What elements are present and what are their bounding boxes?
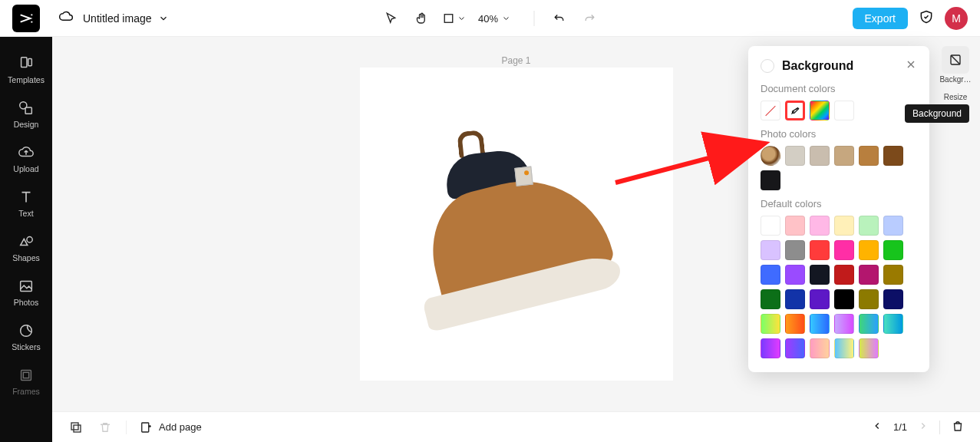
swatch[interactable] xyxy=(785,338,805,358)
page-label: Page 1 xyxy=(501,55,530,66)
swatch[interactable] xyxy=(785,216,805,236)
sidebar-item-shapes[interactable]: Shapes xyxy=(0,226,52,270)
zoom-value: 40% xyxy=(478,13,498,25)
swatch-white[interactable] xyxy=(834,101,854,120)
sidebar-item-label: Templates xyxy=(8,75,45,84)
section-photo-colors: Photo colors xyxy=(761,128,917,140)
sidebar-item-templates[interactable]: Templates xyxy=(0,48,52,92)
svg-rect-9 xyxy=(23,372,28,378)
swatch[interactable] xyxy=(834,289,854,309)
swatch[interactable] xyxy=(761,265,780,285)
tooltip-background: Background xyxy=(905,104,969,123)
swatch[interactable] xyxy=(810,265,830,285)
swatch[interactable] xyxy=(785,265,805,285)
hand-tool[interactable] xyxy=(411,8,432,29)
divider xyxy=(939,421,940,434)
swatch[interactable] xyxy=(785,240,805,260)
svg-rect-13 xyxy=(74,425,81,432)
swatch[interactable] xyxy=(859,146,879,166)
chevron-down-icon xyxy=(457,14,466,23)
pages-overview-button[interactable] xyxy=(68,419,84,436)
export-button[interactable]: Export xyxy=(853,8,908,29)
swatch[interactable] xyxy=(834,314,854,334)
sidebar-item-design[interactable]: Design xyxy=(0,92,52,137)
swatch[interactable] xyxy=(859,338,879,358)
undo-button[interactable] xyxy=(548,8,569,29)
swatch[interactable] xyxy=(883,289,903,309)
swatch[interactable] xyxy=(883,216,903,236)
swatch[interactable] xyxy=(834,265,854,285)
swatch[interactable] xyxy=(761,170,780,190)
swatch[interactable] xyxy=(834,240,854,260)
document-colors-grid xyxy=(761,101,917,120)
shopping-bag-icon[interactable] xyxy=(951,419,965,435)
sidebar-item-label: Photos xyxy=(14,298,39,307)
svg-rect-1 xyxy=(21,58,27,68)
svg-rect-2 xyxy=(28,59,32,66)
sidebar-item-label: Design xyxy=(14,120,39,129)
swatch[interactable] xyxy=(834,146,854,166)
swatch[interactable] xyxy=(761,216,780,236)
cloud-sync-icon[interactable] xyxy=(58,9,74,28)
swatch[interactable] xyxy=(859,314,879,334)
swatch[interactable] xyxy=(761,314,780,334)
user-avatar[interactable]: M xyxy=(945,7,968,30)
section-default-colors: Default colors xyxy=(761,198,917,209)
shield-icon[interactable] xyxy=(919,9,934,28)
swatch[interactable] xyxy=(859,216,879,236)
swatch[interactable] xyxy=(761,289,780,309)
swatch[interactable] xyxy=(883,240,903,260)
delete-page-button[interactable] xyxy=(97,419,114,436)
swatch[interactable] xyxy=(810,216,830,236)
chevron-down-icon xyxy=(158,13,169,24)
redo-button[interactable] xyxy=(579,8,600,29)
swatch[interactable] xyxy=(883,314,903,334)
swatch-photo-thumb[interactable] xyxy=(761,146,780,166)
swatch[interactable] xyxy=(785,289,805,309)
sidebar-item-text[interactable]: Text xyxy=(0,181,52,226)
swatch[interactable] xyxy=(859,289,879,309)
zoom-control[interactable]: 40% xyxy=(478,13,516,25)
close-panel-button[interactable] xyxy=(905,58,917,74)
swatch[interactable] xyxy=(883,146,903,166)
divider xyxy=(533,11,534,26)
swatch-none[interactable] xyxy=(761,101,780,120)
add-page-button[interactable]: Add page xyxy=(139,421,202,434)
section-document-colors: Document colors xyxy=(761,83,917,94)
document-title[interactable]: Untitled image xyxy=(83,12,169,25)
crop-tool[interactable] xyxy=(441,8,466,29)
app-logo[interactable] xyxy=(12,5,40,32)
sidebar-item-upload[interactable]: Upload xyxy=(0,137,52,181)
swatch[interactable] xyxy=(785,146,805,166)
sidebar-item-label: Frames xyxy=(12,387,40,396)
rail-item-resize[interactable]: Resize xyxy=(939,93,972,101)
swatch[interactable] xyxy=(810,289,830,309)
pager-next[interactable] xyxy=(918,421,929,434)
swatch[interactable] xyxy=(810,146,830,166)
sidebar-item-frames[interactable]: Frames xyxy=(0,359,52,404)
swatch[interactable] xyxy=(859,265,879,285)
select-tool[interactable] xyxy=(380,8,401,29)
rail-item-background[interactable]: Backgr… xyxy=(939,46,972,84)
swatch[interactable] xyxy=(883,265,903,285)
eyedropper-icon xyxy=(790,105,800,116)
shoe-image[interactable] xyxy=(394,102,638,347)
swatch[interactable] xyxy=(834,338,854,358)
document-title-text: Untitled image xyxy=(83,12,152,25)
pager-prev[interactable] xyxy=(872,421,883,434)
swatch-rainbow[interactable] xyxy=(810,101,830,120)
swatch[interactable] xyxy=(761,338,780,358)
sidebar-item-photos[interactable]: Photos xyxy=(0,270,52,315)
sidebar-item-stickers[interactable]: Stickers xyxy=(0,315,52,359)
swatch[interactable] xyxy=(834,216,854,236)
swatch[interactable] xyxy=(859,240,879,260)
current-bg-swatch xyxy=(761,59,774,73)
swatch[interactable] xyxy=(810,338,830,358)
canvas-page[interactable] xyxy=(360,68,673,381)
swatch[interactable] xyxy=(761,240,780,260)
swatch[interactable] xyxy=(810,314,830,334)
rail-item-label: Resize xyxy=(944,93,968,101)
swatch[interactable] xyxy=(785,314,805,334)
color-picker-button[interactable] xyxy=(785,101,805,120)
swatch[interactable] xyxy=(810,240,830,260)
